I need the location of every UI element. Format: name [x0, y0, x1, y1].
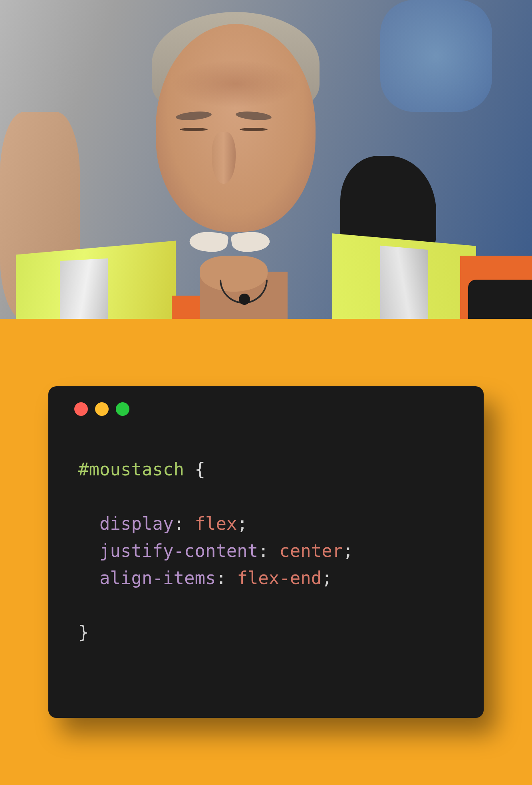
open-brace: { — [195, 459, 205, 479]
code-block: #moustasch { display: flex; justify-cont… — [78, 456, 464, 646]
css-value: flex-end — [237, 568, 322, 588]
css-selector: #moustasch — [78, 459, 184, 479]
pendant — [239, 294, 250, 305]
rule-line-2: justify-content: center; — [78, 537, 464, 564]
face — [156, 24, 316, 232]
rule-line-3: align-items: flex-end; — [78, 564, 464, 592]
eye-left — [180, 128, 208, 131]
blank-line — [78, 592, 464, 619]
css-property: justify-content — [99, 541, 258, 561]
blank-line — [78, 483, 464, 510]
minimize-dot-icon — [95, 402, 109, 416]
close-brace: } — [78, 622, 89, 642]
dark-object — [468, 280, 532, 319]
maximize-dot-icon — [116, 402, 129, 416]
css-value: center — [279, 541, 343, 561]
css-property: display — [99, 513, 173, 534]
close-dot-icon — [74, 402, 88, 416]
code-panel-background: #moustasch { display: flex; justify-cont… — [0, 319, 532, 785]
bg-water-jug — [380, 0, 492, 112]
code-window: #moustasch { display: flex; justify-cont… — [48, 386, 484, 718]
moustache-left — [189, 229, 229, 254]
css-property: align-items — [99, 568, 216, 588]
reflective-strip-right — [380, 246, 428, 319]
nose — [212, 132, 236, 184]
rule-line-1: display: flex; — [78, 510, 464, 537]
meme-photo — [0, 0, 532, 319]
reflective-strip-left — [60, 258, 108, 319]
css-value: flex — [195, 513, 237, 534]
close-line: } — [78, 619, 464, 646]
forehead-shadow — [172, 60, 300, 108]
selector-line: #moustasch { — [78, 456, 464, 483]
eye-right — [240, 128, 268, 131]
window-traffic-lights — [74, 402, 464, 416]
moustache-right — [230, 229, 271, 254]
moustache — [190, 232, 270, 256]
